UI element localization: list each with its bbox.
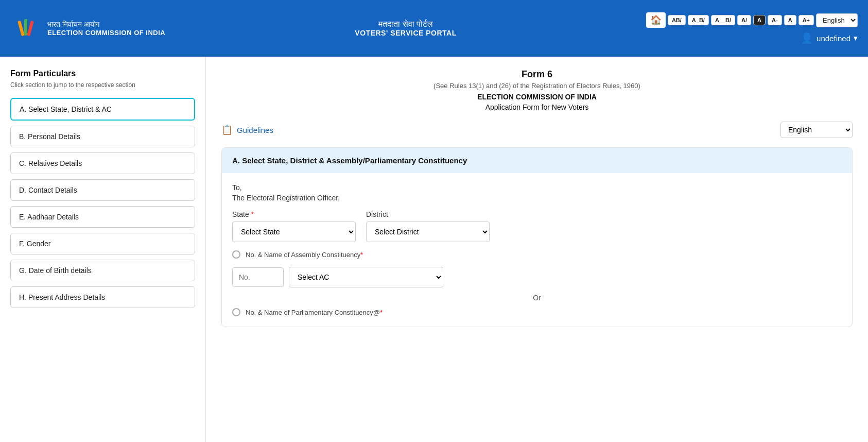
font-normal-button[interactable]: A	[784, 15, 796, 25]
state-label: State *	[232, 210, 356, 218]
section-header-a: A. Select State, District & Assembly/Par…	[222, 148, 852, 173]
contrast-dark-button[interactable]: A	[753, 15, 766, 25]
state-required: *	[249, 210, 254, 218]
ac-number-input[interactable]	[232, 267, 284, 287]
sidebar-item-f[interactable]: F. Gender	[10, 233, 195, 254]
assembly-radio[interactable]	[232, 250, 240, 259]
parliamentary-constituency-row: No. & Name of Parliamentary Constituency…	[232, 308, 842, 316]
user-area: 👤 undefined ▾	[801, 32, 858, 44]
address-to: To,	[232, 183, 842, 192]
or-text: Or	[232, 294, 842, 302]
section-box-a: A. Select State, District & Assembly/Par…	[221, 147, 853, 327]
parliamentary-label: No. & Name of Parliamentary Constituency…	[246, 309, 383, 316]
section-body-a: To, The Electoral Registration Officer, …	[222, 173, 852, 327]
header-logo: भारत निर्वाचन आयोग ELECTION COMMISSION O…	[10, 13, 165, 44]
portal-english: VOTERS' SERVICE PORTAL	[165, 29, 646, 37]
contrast-a-button[interactable]: A/	[737, 15, 751, 25]
form-org: ELECTION COMMISSION OF INDIA	[221, 93, 853, 101]
sidebar-item-e[interactable]: E. Aadhaar Details	[10, 206, 195, 228]
ac-select[interactable]: Select AC	[289, 267, 443, 287]
brand-english: ELECTION COMMISSION OF INDIA	[47, 29, 165, 37]
guidelines-row: 📋 Guidelines English	[221, 122, 853, 138]
header: भारत निर्वाचन आयोग ELECTION COMMISSION O…	[0, 0, 868, 57]
state-district-row: State * Select State District Select Dis…	[232, 210, 842, 242]
language-selector-header[interactable]: English	[816, 13, 858, 27]
parliamentary-radio[interactable]	[232, 308, 240, 316]
assembly-required: *	[360, 251, 363, 259]
assembly-label: No. & Name of Assembly Constituency*	[246, 251, 363, 259]
district-group: District Select District	[366, 210, 490, 242]
district-select[interactable]: Select District	[366, 222, 490, 242]
portal-hindi: मतदाता सेवा पोर्टल	[165, 20, 646, 29]
header-controls: 🏠 AB/ A_B/ A__B/ A/ A A- A A+ English	[646, 12, 858, 28]
state-group: State * Select State	[232, 210, 356, 242]
header-center: मतदाता सेवा पोर्टल VOTERS' SERVICE PORTA…	[165, 20, 646, 37]
font-decrease-button[interactable]: A-	[768, 15, 782, 25]
main-content: Form 6 (See Rules 13(1) and (26) of the …	[206, 57, 868, 442]
brand-hindi: भारत निर्वाचन आयोग	[47, 20, 165, 29]
eci-logo-icon	[10, 13, 41, 44]
user-name: undefined	[817, 34, 850, 43]
user-icon: 👤	[801, 32, 813, 44]
sidebar-title: Form Particulars	[10, 69, 195, 78]
header-brand: भारत निर्वाचन आयोग ELECTION COMMISSION O…	[47, 20, 165, 37]
form-desc: Application Form for New Voters	[221, 103, 853, 111]
assembly-constituency-row: No. & Name of Assembly Constituency*	[232, 250, 842, 259]
main-layout: Form Particulars Click section to jump t…	[0, 57, 868, 442]
header-right: 🏠 AB/ A_B/ A__B/ A/ A A- A A+ English 👤 …	[646, 12, 858, 44]
sidebar: Form Particulars Click section to jump t…	[0, 57, 206, 442]
parliamentary-required: *	[380, 309, 383, 316]
contrast-a-b-button[interactable]: A_B/	[688, 15, 709, 25]
district-label: District	[366, 210, 490, 218]
sidebar-item-h[interactable]: H. Present Address Details	[10, 286, 195, 308]
ac-row: Select AC	[232, 267, 842, 287]
font-increase-button[interactable]: A+	[798, 15, 814, 25]
sidebar-item-a[interactable]: A. Select State, District & AC	[10, 98, 195, 121]
form-subtitle: (See Rules 13(1) and (26) of the Registr…	[221, 82, 853, 90]
contrast-a-b2-button[interactable]: A__B/	[711, 15, 735, 25]
sidebar-subtitle: Click section to jump to the respective …	[10, 81, 195, 89]
guidelines-link[interactable]: 📋 Guidelines	[221, 124, 273, 135]
form-title: Form 6	[221, 69, 853, 80]
contrast-ab-button[interactable]: AB/	[668, 15, 686, 25]
sidebar-item-b[interactable]: B. Personal Details	[10, 126, 195, 147]
state-select[interactable]: Select State	[232, 222, 356, 242]
address-officer: The Electoral Registration Officer,	[232, 194, 842, 202]
sidebar-item-d[interactable]: D. Contact Details	[10, 179, 195, 201]
guidelines-label: Guidelines	[237, 126, 273, 134]
sidebar-item-c[interactable]: C. Relatives Details	[10, 152, 195, 174]
language-selector-content[interactable]: English	[780, 122, 853, 138]
user-dropdown-icon[interactable]: ▾	[854, 33, 858, 43]
guidelines-icon: 📋	[221, 124, 233, 135]
sidebar-item-g[interactable]: G. Date of Birth details	[10, 260, 195, 281]
svg-rect-2	[24, 19, 27, 36]
home-button[interactable]: 🏠	[646, 12, 666, 28]
